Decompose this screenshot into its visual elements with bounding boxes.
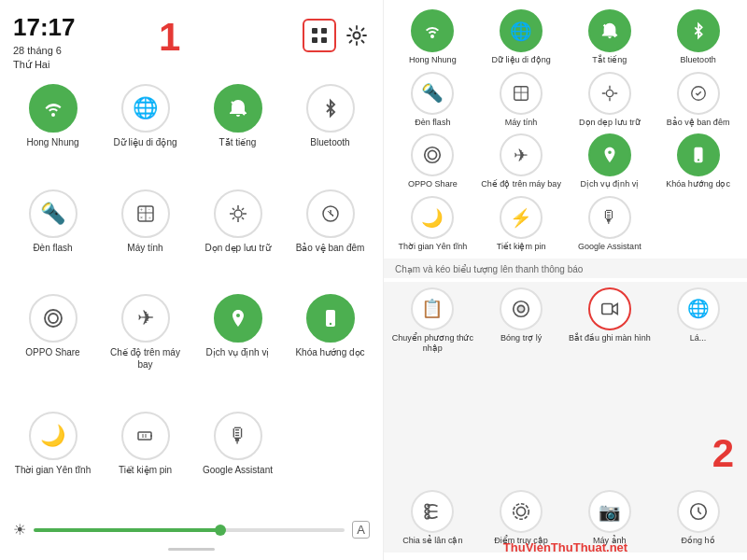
right-data[interactable]: 🌐 Dữ liệu di động (480, 9, 563, 66)
quick-item-silent[interactable]: Tắt tiếng (194, 84, 281, 184)
data-label: Dữ liệu di động (113, 136, 176, 148)
protect-label: Bảo vệ ban đêm (296, 242, 365, 254)
svg-point-13 (234, 210, 242, 217)
svg-point-28 (429, 151, 437, 160)
quick-item-calc[interactable]: +-×÷ Máy tính (102, 189, 189, 289)
right-location-icon (588, 133, 631, 176)
bottom-bubble-icon (500, 287, 543, 330)
settings-button[interactable] (344, 22, 370, 49)
brightness-auto-label: A (352, 521, 370, 539)
quick-item-data[interactable]: 🌐 Dữ liệu di động (102, 84, 189, 184)
svg-point-17 (49, 314, 58, 323)
right-airplane[interactable]: ✈ Chế độ trên máy bay (480, 133, 563, 190)
quick-item-readmode[interactable]: Khóa hướng dọc (287, 294, 374, 406)
quick-item-location[interactable]: Dịch vụ định vị (194, 294, 281, 406)
bottom-nfc[interactable]: Điểm truy cập (480, 490, 563, 547)
bluetooth-icon (306, 84, 355, 133)
right-location[interactable]: Dịch vụ định vị (569, 133, 652, 190)
bottom-clock-label: Đồng hồ (682, 536, 715, 547)
right-bluetooth[interactable]: Bluetooth (656, 9, 740, 66)
right-clean-label: Dọn dẹp lưu trữ (579, 118, 641, 129)
bottom-share[interactable]: Chia sẻ lân cận (391, 490, 474, 547)
quick-item-battery[interactable]: Tiết kiệm pin (102, 412, 189, 511)
bottom-convert[interactable]: 📋 Chuyển phương thức nhập (391, 287, 474, 480)
quick-item-wifi[interactable]: Hong Nhung (9, 84, 96, 184)
right-data-label: Dữ liệu di động (492, 55, 551, 66)
right-clean[interactable]: Dọn dẹp lưu trữ (569, 72, 652, 129)
right-readmode[interactable]: Khóa hướng dọc (656, 133, 740, 190)
quick-item-clean[interactable]: Dọn dẹp lưu trữ (194, 189, 281, 289)
right-calc[interactable]: Máy tính (480, 72, 563, 129)
bottom-clock[interactable]: Đồng hồ (656, 490, 740, 547)
right-calc-icon (500, 72, 543, 115)
right-wifi-label: Hong Nhung (409, 55, 457, 66)
right-data-icon: 🌐 (500, 9, 543, 52)
svg-text:+: + (140, 206, 143, 212)
right-silent[interactable]: Tắt tiếng (569, 9, 652, 66)
right-flash[interactable]: 🔦 Đèn flash (391, 72, 474, 129)
assistant-icon: 🎙 (214, 412, 262, 460)
right-dnd-label: Thời gian Yên tĩnh (398, 242, 467, 253)
silent-icon (214, 84, 262, 133)
right-wifi[interactable]: Hong Nhung (391, 9, 474, 66)
bottom-convert-label: Chuyển phương thức nhập (391, 333, 474, 355)
airplane-label: Chế độ trên máy bay (102, 346, 189, 371)
status-icons (303, 19, 370, 52)
svg-text:-: - (148, 206, 150, 212)
quick-item-bluetooth[interactable]: Bluetooth (287, 84, 374, 184)
silent-label: Tắt tiếng (219, 136, 257, 148)
right-oppo-icon (411, 133, 454, 176)
bottom-convert-icon: 📋 (411, 287, 454, 330)
right-bluetooth-icon (677, 9, 720, 52)
bottom-record[interactable]: Bắt đầu ghi màn hình (569, 287, 652, 480)
quick-item-oppo[interactable]: OPPO Share (9, 294, 96, 406)
right-bluetooth-label: Bluetooth (681, 55, 716, 66)
quick-item-flash[interactable]: 🔦 Đèn flash (9, 189, 96, 289)
right-wifi-icon (411, 9, 454, 52)
grid-icon (311, 27, 328, 44)
right-assistant-icon: 🎙 (588, 196, 631, 239)
watermark: ThuVienThuThuat.net (503, 540, 627, 554)
quick-item-airplane[interactable]: ✈ Chế độ trên máy bay (102, 294, 189, 406)
readmode-label: Khóa hướng dọc (295, 346, 364, 358)
clean-icon (214, 189, 262, 238)
right-airplane-icon: ✈ (500, 133, 543, 176)
readmode-icon (306, 294, 355, 343)
assistant-label: Google Assistant (203, 464, 273, 476)
right-dnd[interactable]: 🌙 Thời gian Yên tĩnh (391, 196, 474, 253)
airplane-icon: ✈ (121, 294, 170, 343)
brightness-slider[interactable] (34, 528, 345, 532)
bottom-bubble[interactable]: Bóng trợ lý (480, 287, 563, 480)
right-battery[interactable]: ⚡ Tiết kiệm pin (480, 196, 563, 253)
bottom-nfc-icon (500, 490, 543, 533)
bluetooth-label: Bluetooth (310, 136, 349, 148)
battery-icon (121, 412, 170, 460)
location-icon (214, 294, 262, 343)
right-clean-icon (588, 72, 631, 115)
bottom-bubble-label: Bóng trợ lý (500, 333, 542, 344)
right-oppo-label: OPPO Share (408, 179, 458, 190)
right-calc-label: Máy tính (505, 118, 538, 129)
right-dnd-icon: 🌙 (411, 196, 454, 239)
bottom-share-label: Chia sẻ lân cận (402, 536, 462, 547)
svg-rect-1 (321, 28, 327, 34)
svg-point-30 (698, 160, 699, 161)
right-protect[interactable]: Bảo vệ ban đêm (656, 72, 740, 129)
bottom-photo[interactable]: 📷 Máy ảnh (569, 490, 652, 547)
protect-icon (306, 189, 355, 238)
right-oppo[interactable]: OPPO Share (391, 133, 474, 190)
bottom-record-label: Bắt đầu ghi màn hình (569, 333, 651, 344)
quick-item-assistant[interactable]: 🎙 Google Assistant (194, 412, 281, 511)
clean-label: Dọn dẹp lưu trữ (204, 242, 270, 254)
grid-button[interactable] (303, 19, 336, 52)
svg-rect-0 (312, 28, 317, 34)
quick-item-dnd[interactable]: 🌙 Thời gian Yên tĩnh (9, 412, 96, 511)
svg-point-38 (514, 504, 529, 520)
time-date: 17:17 28 tháng 6 Thứ Hai (13, 13, 76, 73)
right-assistant[interactable]: 🎙 Google Assistant (569, 196, 652, 253)
bottom-lang-label: Lá... (690, 333, 707, 344)
quick-item-protect[interactable]: Bảo vệ ban đêm (287, 189, 374, 289)
data-icon: 🌐 (121, 84, 170, 133)
time-display: 17:17 (13, 13, 76, 42)
svg-point-32 (517, 305, 524, 312)
